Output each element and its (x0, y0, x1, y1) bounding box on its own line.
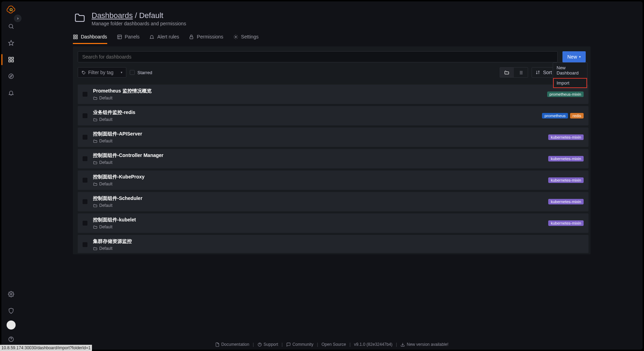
tag-badge[interactable]: redis (570, 113, 584, 119)
checkbox[interactable] (83, 242, 87, 247)
tag-badge[interactable]: kubernetes-mixin (548, 156, 584, 161)
footer-license[interactable]: Open Source (322, 342, 346, 347)
dashboard-tags: kubernetes-mixin (548, 177, 584, 183)
page-header: Dashboards / Default Manage folder dashb… (21, 1, 643, 26)
nav-explore[interactable] (4, 69, 18, 83)
grafana-logo[interactable] (6, 4, 17, 15)
help-icon (257, 342, 262, 347)
dashboard-row[interactable]: 控制面组件-Controller ManagerDefaultkubernete… (78, 149, 588, 168)
dashboard-folder: Default (93, 117, 536, 122)
footer: Documentation | Support | Community | Op… (21, 342, 643, 347)
dashboard-tags: kubernetes-mixin (548, 134, 584, 140)
dashboard-title: 集群存储资源监控 (93, 238, 578, 245)
dashboard-title: 控制面组件-Controller Manager (93, 152, 543, 159)
nav-alerts[interactable] (4, 86, 18, 100)
tag-icon (82, 70, 86, 75)
svg-rect-15 (74, 37, 75, 38)
tag-badge[interactable]: kubernetes-mixin (548, 199, 584, 204)
community-icon (286, 342, 291, 347)
nav-help[interactable] (4, 332, 18, 346)
footer-update-link[interactable]: New version available! (400, 342, 448, 347)
nav-expand-button[interactable] (14, 15, 22, 22)
dashboard-row[interactable]: Prometheus 监控情况概览Defaultprometheus-mixin (78, 85, 588, 104)
dashboard-row[interactable]: 控制面组件-SchedulerDefaultkubernetes-mixin (78, 192, 588, 211)
view-toggle (500, 67, 528, 78)
tab-settings[interactable]: Settings (233, 34, 259, 44)
footer-community-link[interactable]: Community (286, 342, 314, 347)
tag-badge[interactable]: kubernetes-mixin (548, 134, 584, 140)
dashboard-folder: Default (93, 203, 543, 208)
breadcrumb-link[interactable]: Dashboards (92, 11, 133, 20)
dashboard-row[interactable]: 控制面组件-kubeletDefaultkubernetes-mixin (78, 213, 588, 233)
nav-admin[interactable] (4, 304, 18, 318)
page-subtitle: Manage folder dashboards and permissions (92, 21, 186, 26)
dashboard-folder: Default (93, 225, 543, 229)
svg-point-22 (83, 71, 83, 72)
dashboard-row[interactable]: 业务组件监控-redisDefaultprometheusredis (78, 106, 588, 125)
checkbox[interactable] (83, 178, 87, 183)
dashboard-row[interactable]: 控制面组件-KubeProxyDefaultkubernetes-mixin (78, 170, 588, 190)
tag-badge[interactable]: prometheus (542, 113, 568, 119)
checkbox[interactable] (83, 221, 87, 226)
download-icon (400, 342, 405, 347)
tag-badge[interactable]: kubernetes-mixin (548, 177, 584, 183)
sort-icon (535, 70, 540, 75)
nav-starred[interactable] (4, 36, 18, 50)
tag-badge[interactable]: kubernetes-mixin (548, 220, 584, 226)
svg-rect-7 (12, 60, 14, 62)
footer-doc-link[interactable]: Documentation (215, 342, 249, 347)
svg-rect-4 (9, 57, 10, 59)
checkbox[interactable] (83, 113, 87, 118)
svg-point-21 (235, 36, 236, 37)
tab-panels[interactable]: Panels (117, 34, 140, 44)
view-folders-button[interactable] (500, 68, 514, 77)
nav-dashboards[interactable] (4, 53, 18, 67)
dashboard-title: 业务组件监控-redis (93, 109, 536, 116)
dashboard-row[interactable]: 控制面组件-APIServerDefaultkubernetes-mixin (78, 128, 588, 147)
gear-icon (233, 34, 238, 40)
checkbox[interactable] (83, 156, 87, 161)
svg-point-0 (10, 9, 12, 11)
svg-rect-6 (9, 60, 10, 62)
lock-icon (189, 34, 194, 40)
svg-rect-16 (76, 37, 77, 38)
tab-dashboards[interactable]: Dashboards (73, 34, 107, 44)
new-menu: New DashboardImport (553, 62, 587, 88)
dashboard-row[interactable]: 集群存储资源监控Default (78, 235, 588, 253)
chevron-down-icon: ▾ (579, 55, 581, 59)
avatar[interactable] (7, 321, 16, 330)
nav-config[interactable] (4, 287, 18, 301)
svg-line-2 (12, 27, 13, 28)
dashboard-title: Prometheus 监控情况概览 (93, 88, 542, 94)
svg-point-1 (9, 24, 13, 28)
dashboard-list: Prometheus 监控情况概览Defaultprometheus-mixin… (78, 85, 588, 253)
starred-filter[interactable]: Starred (130, 70, 152, 75)
search-input[interactable] (78, 51, 558, 62)
dashboard-title: 控制面组件-KubeProxy (93, 174, 543, 180)
menu-item-import[interactable]: Import (553, 78, 587, 88)
view-list-button[interactable] (514, 68, 528, 77)
dashboard-folder: Default (93, 182, 543, 186)
menu-item-new-dashboard[interactable]: New Dashboard (553, 63, 587, 78)
dashboard-title: 控制面组件-Scheduler (93, 195, 543, 202)
dashboard-title: 控制面组件-kubelet (93, 217, 543, 223)
dashboard-folder: Default (93, 160, 543, 165)
dashboard-tags: prometheus-mixin (547, 91, 584, 97)
dashboard-tags: kubernetes-mixin (548, 220, 584, 226)
checkbox[interactable] (130, 70, 135, 75)
svg-rect-20 (190, 36, 193, 38)
checkbox[interactable] (83, 92, 87, 97)
checkbox[interactable] (83, 199, 87, 204)
new-button[interactable]: New▾ (562, 51, 586, 62)
breadcrumb: Dashboards / Default (92, 11, 186, 20)
filter-by-tag[interactable]: Filter by tag ▾ (78, 67, 126, 78)
tab-permissions[interactable]: Permissions (189, 34, 223, 44)
tab-alert-rules[interactable]: Alert rules (149, 34, 179, 44)
sidebar (1, 1, 21, 350)
footer-support-link[interactable]: Support (257, 342, 278, 347)
tag-badge[interactable]: prometheus-mixin (547, 91, 584, 97)
dashboard-tags: prometheusredis (542, 113, 584, 119)
content-panel: New▾ Filter by tag ▾ Starred (73, 46, 591, 254)
checkbox[interactable] (83, 135, 87, 140)
svg-rect-14 (76, 35, 77, 36)
